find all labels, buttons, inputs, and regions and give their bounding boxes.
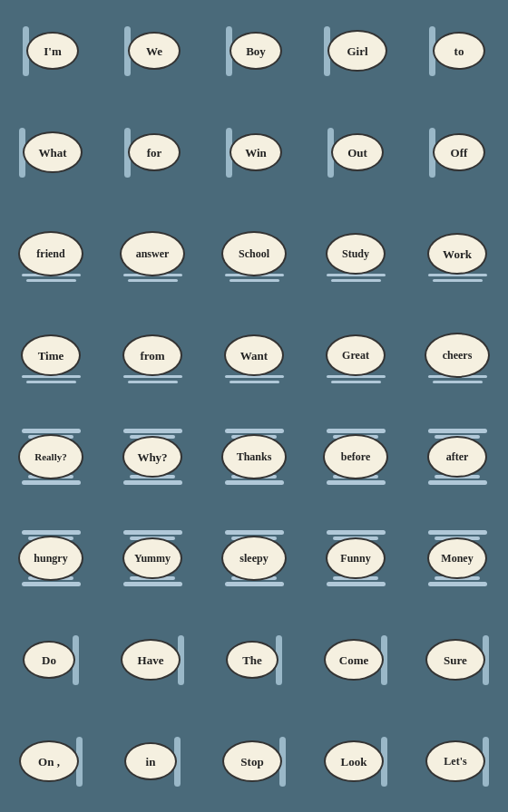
underline2 bbox=[433, 279, 483, 282]
sticker-squeeze: Funny bbox=[315, 517, 396, 599]
cell-r2-c2[interactable]: for bbox=[102, 102, 203, 203]
bubble: Girl bbox=[327, 30, 387, 72]
sticker-underline: Want bbox=[213, 314, 295, 396]
cell-r1-c3[interactable]: Boy bbox=[203, 0, 305, 102]
bubble: Have bbox=[121, 639, 181, 681]
sticker-label: friend bbox=[36, 248, 64, 259]
sticker-underline: cheers bbox=[416, 314, 498, 396]
bubble: Why? bbox=[122, 436, 182, 478]
cell-r4-c1[interactable]: Time bbox=[0, 304, 102, 406]
bubble: in bbox=[124, 742, 177, 780]
sticker-vbar-right: Let's bbox=[416, 720, 498, 802]
cell-r3-c3[interactable]: School bbox=[203, 203, 305, 304]
squeeze-bar-bottom bbox=[428, 582, 487, 586]
sticker-vbar-right: Look bbox=[315, 720, 396, 802]
bubble: Great bbox=[326, 334, 386, 376]
squeeze-bar-bottom bbox=[327, 480, 386, 485]
cell-r6-c3[interactable]: sleepy bbox=[203, 508, 305, 609]
sticker-label: Girl bbox=[347, 45, 367, 57]
underline2 bbox=[128, 279, 178, 282]
bubble: What bbox=[23, 131, 83, 173]
sticker-vbar-left: What bbox=[10, 111, 92, 193]
cell-r4-c2[interactable]: from bbox=[102, 304, 203, 406]
cell-r3-c4[interactable]: Study bbox=[305, 203, 406, 304]
cell-r1-c5[interactable]: to bbox=[406, 0, 508, 102]
sticker-label: Really? bbox=[34, 452, 66, 462]
sticker-label: cheers bbox=[443, 350, 473, 361]
sticker-label: We bbox=[146, 45, 162, 57]
cell-r5-c2[interactable]: Why? bbox=[102, 406, 203, 508]
sticker-label: School bbox=[239, 248, 269, 259]
cell-r8-c3[interactable]: Stop bbox=[203, 710, 305, 812]
squeeze-bar-bottom bbox=[123, 582, 182, 586]
cell-r5-c5[interactable]: after bbox=[406, 406, 508, 508]
cell-r2-c4[interactable]: Out bbox=[305, 102, 406, 203]
cell-r8-c4[interactable]: Look bbox=[305, 710, 406, 812]
cell-r3-c2[interactable]: answer bbox=[102, 203, 203, 304]
cell-r5-c1[interactable]: Really? bbox=[0, 406, 102, 508]
cell-r6-c1[interactable]: hungry bbox=[0, 508, 102, 609]
cell-r6-c4[interactable]: Funny bbox=[305, 508, 406, 609]
sticker-label: sleepy bbox=[239, 553, 268, 564]
cell-r7-c2[interactable]: Have bbox=[102, 609, 203, 710]
bubble: On , bbox=[19, 740, 79, 782]
underline2 bbox=[26, 381, 76, 383]
squeeze-bar-bottom bbox=[22, 480, 81, 485]
cell-r3-c1[interactable]: friend bbox=[0, 203, 102, 304]
cell-r7-c5[interactable]: Sure bbox=[406, 609, 508, 710]
sticker-underline: Time bbox=[10, 314, 92, 396]
cell-r1-c4[interactable]: Girl bbox=[305, 0, 406, 102]
cell-r2-c5[interactable]: Off bbox=[406, 102, 508, 203]
cell-r3-c5[interactable]: Work bbox=[406, 203, 508, 304]
cell-r5-c4[interactable]: before bbox=[305, 406, 406, 508]
cell-r1-c2[interactable]: We bbox=[102, 0, 203, 102]
bubble: Sure bbox=[425, 639, 485, 681]
cell-r8-c5[interactable]: Let's bbox=[406, 710, 508, 812]
sticker-label: after bbox=[446, 451, 469, 462]
cell-r7-c4[interactable]: Come bbox=[305, 609, 406, 710]
bubble: Really? bbox=[18, 434, 83, 479]
sticker-vbar-left: Win bbox=[213, 111, 295, 193]
cell-r6-c2[interactable]: Yummy bbox=[102, 508, 203, 609]
squeeze-bar-top bbox=[225, 429, 284, 433]
cell-r5-c3[interactable]: Thanks bbox=[203, 406, 305, 508]
sticker-label: Stop bbox=[240, 756, 263, 768]
sticker-squeeze: Thanks bbox=[213, 416, 295, 498]
underline2 bbox=[128, 381, 178, 383]
sticker-label: On , bbox=[38, 756, 60, 768]
sticker-vbar-left: Boy bbox=[213, 10, 295, 92]
sticker-underline: School bbox=[213, 213, 295, 295]
sticker-label: Do bbox=[42, 654, 56, 666]
cell-r2-c1[interactable]: What bbox=[0, 102, 102, 203]
cell-r4-c4[interactable]: Great bbox=[305, 304, 406, 406]
bubble: I'm bbox=[26, 32, 79, 70]
sticker-label: from bbox=[140, 350, 164, 362]
bubble: to bbox=[433, 32, 485, 70]
sticker-label: Study bbox=[342, 248, 369, 259]
bubble: Thanks bbox=[221, 434, 287, 479]
bubble: Boy bbox=[230, 32, 282, 70]
bubble: from bbox=[122, 334, 182, 376]
cell-r8-c2[interactable]: in bbox=[102, 710, 203, 812]
cell-r4-c5[interactable]: cheers bbox=[406, 304, 508, 406]
cell-r2-c3[interactable]: Win bbox=[203, 102, 305, 203]
squeeze-bar-bottom bbox=[327, 582, 386, 586]
cell-r4-c3[interactable]: Want bbox=[203, 304, 305, 406]
cell-r6-c5[interactable]: Money bbox=[406, 508, 508, 609]
cell-r8-c1[interactable]: On , bbox=[0, 710, 102, 812]
sticker-vbar-right: Do bbox=[10, 619, 92, 701]
squeeze-bar-top bbox=[22, 530, 81, 535]
bubble: The bbox=[226, 641, 278, 679]
cell-r7-c3[interactable]: The bbox=[203, 609, 305, 710]
sticker-vbar-left: I'm bbox=[10, 10, 92, 92]
underline2 bbox=[26, 279, 76, 282]
sticker-squeeze: Money bbox=[416, 517, 498, 599]
underline2 bbox=[230, 279, 279, 282]
cell-r1-c1[interactable]: I'm bbox=[0, 0, 102, 102]
squeeze-bar-bottom bbox=[22, 582, 81, 586]
sticker-label: Want bbox=[240, 350, 268, 362]
cell-r7-c1[interactable]: Do bbox=[0, 609, 102, 710]
bubble: Out bbox=[331, 133, 384, 171]
sticker-squeeze: Why? bbox=[112, 416, 193, 498]
sticker-vbar-right: Stop bbox=[213, 720, 295, 802]
